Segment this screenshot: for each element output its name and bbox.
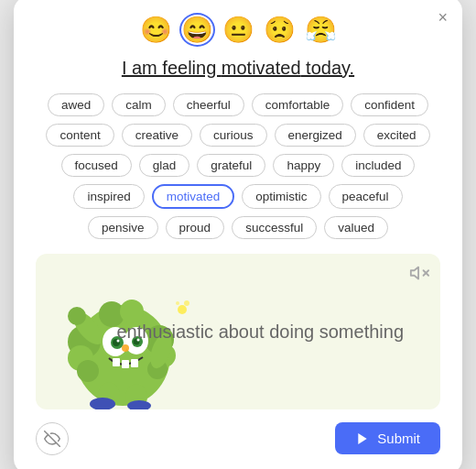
title-word: motivated (222, 58, 301, 78)
hide-button[interactable] (36, 422, 69, 455)
tag-awed[interactable]: awed (48, 93, 104, 116)
mood-dialog: × 😊😄😐😟😤 I am feeling motivated today. aw… (14, 0, 462, 469)
tag-happy[interactable]: happy (273, 154, 334, 177)
tag-successful[interactable]: successful (232, 216, 317, 239)
tag-grateful[interactable]: grateful (197, 154, 265, 177)
svg-point-3 (77, 360, 99, 382)
submit-label: Submit (377, 431, 420, 446)
tag-valued[interactable]: valued (324, 216, 388, 239)
svg-point-27 (178, 305, 187, 314)
svg-rect-24 (113, 358, 120, 366)
tag-curious[interactable]: curious (200, 124, 267, 147)
monster-description: enthusiastic about doing something (116, 319, 404, 344)
tag-creative[interactable]: creative (122, 124, 192, 147)
close-button[interactable]: × (438, 9, 448, 26)
tag-included[interactable]: included (341, 154, 415, 177)
svg-marker-35 (359, 433, 367, 444)
tag-optimistic[interactable]: optimistic (242, 184, 320, 209)
happy-emoji[interactable]: 😊 (140, 15, 172, 45)
footer: Submit (36, 422, 440, 455)
tag-focused[interactable]: focused (61, 154, 132, 177)
svg-point-10 (68, 307, 86, 325)
tag-comfortable[interactable]: comfortable (252, 93, 344, 116)
tag-energized[interactable]: energized (275, 124, 356, 147)
submit-button[interactable]: Submit (335, 422, 440, 454)
neutral-emoji[interactable]: 😐 (222, 15, 254, 45)
mute-icon[interactable] (409, 263, 429, 288)
tag-calm[interactable]: calm (112, 93, 166, 116)
send-icon (355, 431, 370, 446)
svg-point-30 (122, 344, 129, 352)
emoji-row: 😊😄😐😟😤 (36, 15, 440, 45)
mood-title: I am feeling motivated today. (36, 58, 440, 79)
title-pre: I am feeling (122, 58, 222, 78)
svg-marker-31 (411, 267, 418, 278)
tag-excited[interactable]: excited (363, 124, 430, 147)
tag-inspired[interactable]: inspired (73, 184, 144, 209)
tag-motivated[interactable]: motivated (152, 184, 235, 209)
unhappy-emoji[interactable]: 😟 (264, 15, 296, 45)
svg-rect-26 (131, 359, 138, 367)
svg-point-28 (184, 300, 189, 306)
tag-proud[interactable]: proud (166, 216, 225, 239)
tag-cheerful[interactable]: cheerful (173, 93, 244, 116)
tag-content[interactable]: content (46, 124, 114, 147)
tag-glad[interactable]: glad (139, 154, 190, 177)
mood-tags: awedcalmcheerfulcomfortableconfidentcont… (36, 93, 440, 239)
eye-off-icon (44, 431, 60, 447)
tag-pensive[interactable]: pensive (88, 216, 158, 239)
svg-rect-25 (122, 360, 129, 368)
svg-point-29 (176, 301, 179, 305)
monster-area: enthusiastic about doing something (36, 254, 440, 409)
tag-confident[interactable]: confident (351, 93, 428, 116)
tag-peaceful[interactable]: peaceful (329, 184, 403, 209)
motivated-emoji[interactable]: 😄 (181, 15, 213, 45)
title-post: today. (301, 58, 355, 78)
angry-emoji[interactable]: 😤 (305, 15, 337, 45)
